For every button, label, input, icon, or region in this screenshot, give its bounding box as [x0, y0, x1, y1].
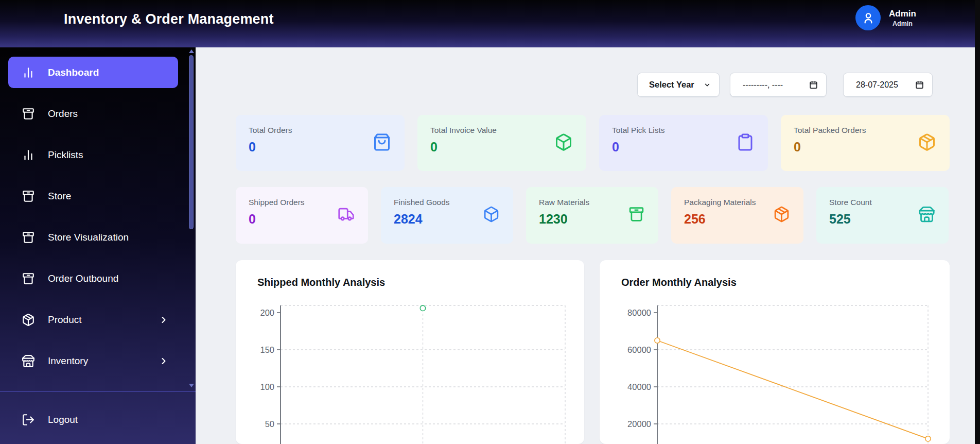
clipboard-icon: [736, 133, 755, 153]
stat-card-value: 0: [249, 140, 256, 155]
chevron-down-icon: [704, 81, 711, 89]
archive-box-icon: [22, 231, 35, 244]
stat-card-label: Total Pick Lists: [612, 126, 665, 135]
sidebar-item-label: Store Visualization: [48, 232, 129, 243]
stat-card-store-count: Store Count 525: [816, 187, 949, 244]
stat-card-label: Raw Materials: [539, 198, 589, 207]
archive-box-icon: [22, 272, 35, 285]
chart-title: Order Monthly Analysis: [621, 277, 737, 288]
package-icon: [918, 133, 936, 153]
stat-card-value: 525: [829, 212, 851, 227]
logout-label: Logout: [48, 414, 78, 425]
sidebar-item-label: Order Outbound: [48, 273, 118, 284]
scroll-down-arrow-icon[interactable]: [189, 384, 194, 387]
order-monthly-chart-plot: 80000600004000020000: [600, 296, 950, 444]
stat-cards-row-1: Total Orders 0 Total Invoice Value 0 Tot…: [236, 115, 950, 171]
dashboard-page: Inventory & Order Management Admin Admin…: [0, 0, 980, 444]
sidebar-scrollbar[interactable]: [188, 49, 194, 391]
stat-card-label: Total Packed Orders: [794, 126, 866, 135]
archive-box-icon: [22, 190, 35, 203]
stat-card-packaging-materials: Packaging Materials 256: [671, 187, 803, 244]
stat-card-finished-goods: Finished Goods 2824: [381, 187, 513, 244]
stat-card-shipped-orders: Shipped Orders 0: [236, 187, 368, 244]
shipped-monthly-chart-plot: 20015010050: [236, 296, 584, 444]
chevron-right-icon: [159, 356, 169, 366]
chevron-right-icon: [159, 315, 169, 325]
chart-bars-icon: [22, 148, 35, 162]
calendar-icon: [809, 80, 818, 89]
stat-card-total-pick-lists: Total Pick Lists 0: [599, 115, 768, 171]
archive-box-icon: [628, 206, 645, 225]
stat-card-value: 2824: [394, 212, 423, 227]
month-picker-input[interactable]: ---------, ----: [730, 73, 827, 97]
stat-card-value: 0: [249, 212, 256, 227]
svg-text:80000: 80000: [627, 308, 651, 317]
stat-card-total-packed-orders: Total Packed Orders 0: [781, 115, 950, 171]
logout-icon: [22, 413, 35, 426]
storefront-icon: [918, 206, 935, 225]
stat-card-value: 0: [794, 140, 801, 155]
user-menu[interactable]: Admin Admin: [855, 5, 916, 30]
stat-card-value: 0: [430, 140, 437, 155]
order-monthly-analysis-chart: Order Monthly Analysis 80000600004000020…: [600, 260, 950, 444]
svg-text:100: 100: [260, 382, 274, 391]
sidebar-item-label: Product: [48, 314, 81, 326]
scroll-up-arrow-icon[interactable]: [189, 49, 194, 53]
stat-card-label: Shipped Orders: [249, 198, 305, 207]
sidebar-item-order-outbound[interactable]: Order Outbound: [8, 263, 178, 294]
sidebar-item-label: Store: [48, 191, 71, 202]
user-icon: [861, 11, 876, 25]
package-icon: [773, 206, 790, 225]
archive-box-icon: [22, 107, 35, 121]
chart-title: Shipped Monthly Analysis: [257, 277, 385, 288]
stat-card-value: 1230: [539, 212, 568, 227]
year-select-value: Select Year: [649, 80, 696, 90]
sidebar-item-label: Orders: [48, 108, 78, 119]
sidebar-item-product[interactable]: Product: [8, 304, 178, 335]
year-select[interactable]: Select Year: [637, 73, 720, 97]
sidebar-item-inventory[interactable]: Inventory: [8, 345, 178, 377]
svg-text:20000: 20000: [627, 419, 651, 429]
stat-card-raw-materials: Raw Materials 1230: [526, 187, 658, 244]
date-picker-input[interactable]: 28-07-2025: [843, 73, 933, 97]
sidebar-item-store[interactable]: Store: [8, 180, 178, 212]
stat-card-value: 0: [612, 140, 619, 155]
user-name: Admin: [889, 9, 916, 19]
sidebar-item-label: Inventory: [48, 355, 88, 367]
stat-card-total-orders: Total Orders 0: [236, 115, 405, 171]
user-role: Admin: [892, 20, 913, 27]
app-title: Inventory & Order Management: [64, 11, 274, 27]
page-scrollbar[interactable]: [975, 0, 980, 444]
stat-card-value: 256: [684, 212, 706, 227]
chart-bars-icon: [22, 66, 35, 79]
user-names: Admin Admin: [889, 9, 916, 27]
stat-card-total-invoice-value: Total Invoice Value 0: [417, 115, 586, 171]
sidebar-scrollbar-thumb[interactable]: [189, 55, 194, 229]
stat-cards-row-2: Shipped Orders 0 Finished Goods 2824 Raw…: [236, 187, 949, 244]
cube-icon: [554, 133, 573, 153]
sidebar-item-logout[interactable]: Logout: [8, 404, 178, 435]
charts-row: Shipped Monthly Analysis 20015010050 Ord…: [236, 260, 950, 444]
svg-text:50: 50: [265, 419, 274, 429]
truck-icon: [338, 206, 355, 225]
shopping-bag-icon: [373, 133, 391, 153]
storefront-icon: [22, 354, 35, 368]
stat-card-label: Total Orders: [249, 126, 292, 135]
package-icon: [22, 313, 35, 327]
calendar-icon: [915, 80, 924, 89]
date-picker-value: 28-07-2025: [856, 80, 909, 90]
sidebar-item-orders[interactable]: Orders: [8, 98, 178, 129]
stat-card-label: Store Count: [829, 198, 872, 207]
shipped-monthly-analysis-chart: Shipped Monthly Analysis 20015010050: [236, 260, 584, 444]
app-header: Inventory & Order Management Admin Admin: [0, 0, 980, 47]
sidebar-item-store-visualization[interactable]: Store Visualization: [8, 221, 178, 253]
sidebar-item-picklists[interactable]: Picklists: [8, 139, 178, 170]
svg-text:200: 200: [260, 308, 274, 317]
sidebar-item-dashboard[interactable]: Dashboard: [8, 57, 178, 88]
svg-text:60000: 60000: [627, 345, 651, 354]
sidebar-menu: Dashboard Orders Picklists Store Store V…: [0, 47, 196, 391]
stat-card-label: Total Invoice Value: [430, 126, 497, 135]
sidebar: Dashboard Orders Picklists Store Store V…: [0, 47, 196, 444]
month-picker-value: ---------, ----: [743, 80, 803, 90]
svg-text:150: 150: [260, 345, 274, 354]
